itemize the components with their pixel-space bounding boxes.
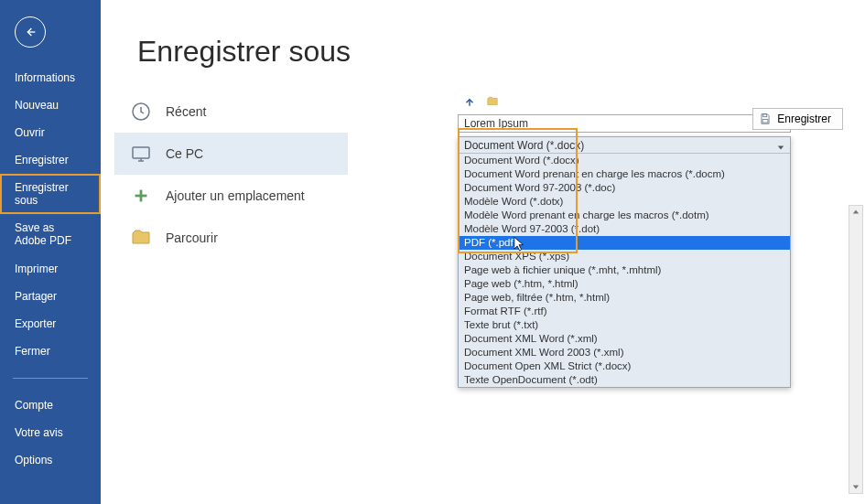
- scroll-up-icon[interactable]: [849, 206, 862, 219]
- svg-marker-11: [853, 210, 859, 214]
- location-add-place[interactable]: Ajouter un emplacement: [114, 175, 348, 217]
- plus-icon: [129, 184, 153, 208]
- backstage-main: Enregistrer sous Récent: [101, 0, 865, 504]
- page-title: Enregistrer sous: [101, 0, 865, 91]
- sidebar-separator: [13, 378, 88, 379]
- save-detail-pane: Lorem Ipsum Enregistrer Document Word (*…: [458, 91, 856, 388]
- sidebar-item-exporter[interactable]: Exporter: [0, 310, 101, 338]
- filetype-option[interactable]: Document XML Word (*.xml): [459, 332, 790, 346]
- save-button[interactable]: Enregistrer: [752, 108, 843, 130]
- filetype-option[interactable]: Document Open XML Strict (*.docx): [459, 359, 790, 373]
- location-add-place-label: Ajouter un emplacement: [166, 188, 305, 203]
- svg-marker-10: [778, 145, 784, 149]
- save-button-label: Enregistrer: [777, 113, 831, 125]
- location-recent[interactable]: Récent: [114, 91, 348, 133]
- filename-input[interactable]: Lorem Ipsum: [458, 114, 791, 133]
- caret-down-icon: [777, 141, 784, 154]
- sidebar-item-imprimer[interactable]: Imprimer: [0, 255, 101, 283]
- filename-value: Lorem Ipsum: [464, 117, 528, 130]
- filetype-option[interactable]: Document Word 97-2003 (*.doc): [459, 181, 790, 195]
- filetype-option[interactable]: Texte OpenDocument (*.odt): [459, 373, 790, 387]
- monitor-icon: [129, 142, 153, 166]
- filetype-option-pdf[interactable]: PDF (*.pdf): [459, 236, 790, 250]
- sidebar-item-fermer[interactable]: Fermer: [0, 338, 101, 365]
- back-button[interactable]: [15, 16, 46, 48]
- filetype-selected-label: Document Word (*.docx): [464, 139, 584, 152]
- filetype-option[interactable]: Document Word (*.docx): [459, 154, 790, 167]
- scroll-down-icon[interactable]: [849, 480, 862, 493]
- filetype-option[interactable]: Texte brut (*.txt): [459, 318, 790, 332]
- sidebar-item-partager[interactable]: Partager: [0, 283, 101, 310]
- sidebar-item-votre-avis[interactable]: Votre avis: [0, 419, 101, 446]
- sidebar-item-informations[interactable]: Informations: [0, 64, 101, 91]
- location-this-pc-label: Ce PC: [166, 146, 203, 161]
- location-this-pc[interactable]: Ce PC: [114, 133, 348, 175]
- open-folder-icon[interactable]: [485, 95, 500, 111]
- folder-icon: [129, 226, 153, 250]
- filetype-option[interactable]: Page web à fichier unique (*.mht, *.mhtm…: [459, 263, 790, 277]
- filetype-option[interactable]: Modèle Word prenant en charge les macros…: [459, 209, 790, 222]
- location-recent-label: Récent: [166, 104, 206, 119]
- filetype-dropdown[interactable]: Document Word (*.docx) Document Word (*.…: [458, 136, 791, 388]
- up-arrow-icon[interactable]: [463, 95, 476, 111]
- filetype-option[interactable]: Document Word prenant en charge les macr…: [459, 167, 790, 181]
- sidebar-item-compte[interactable]: Compte: [0, 391, 101, 419]
- location-browse[interactable]: Parcourir: [114, 217, 348, 259]
- filetype-option[interactable]: Page web (*.htm, *.html): [459, 277, 790, 291]
- save-locations-list: Récent Ce PC Ajout: [114, 91, 348, 259]
- filetype-selected[interactable]: Document Word (*.docx): [459, 137, 790, 154]
- filetype-option[interactable]: Modèle Word (*.dotx): [459, 195, 790, 209]
- backstage-sidebar: Informations Nouveau Ouvrir Enregistrer …: [0, 0, 101, 504]
- location-browse-label: Parcourir: [166, 231, 218, 245]
- filetype-option[interactable]: Document XML Word 2003 (*.xml): [459, 346, 790, 359]
- scrollbar[interactable]: [849, 205, 863, 494]
- sidebar-item-enregistrer-sous[interactable]: Enregistrer sous: [0, 174, 101, 214]
- sidebar-item-ouvrir[interactable]: Ouvrir: [0, 119, 101, 146]
- filetype-option[interactable]: Modèle Word 97-2003 (*.dot): [459, 222, 790, 236]
- sidebar-item-options[interactable]: Options: [0, 446, 101, 474]
- svg-rect-9: [762, 120, 768, 123]
- filetype-option[interactable]: Document XPS (*.xps): [459, 250, 790, 263]
- save-disk-icon: [759, 113, 772, 125]
- sidebar-item-enregistrer[interactable]: Enregistrer: [0, 146, 101, 174]
- svg-rect-8: [763, 114, 767, 117]
- clock-icon: [129, 100, 153, 123]
- svg-rect-2: [133, 147, 149, 158]
- sidebar-item-save-as-adobe-pdf[interactable]: Save as Adobe PDF: [0, 214, 101, 255]
- sidebar-item-nouveau[interactable]: Nouveau: [0, 91, 101, 119]
- filetype-option[interactable]: Format RTF (*.rtf): [459, 305, 790, 318]
- filetype-option[interactable]: Page web, filtrée (*.htm, *.html): [459, 291, 790, 305]
- svg-marker-12: [853, 485, 859, 488]
